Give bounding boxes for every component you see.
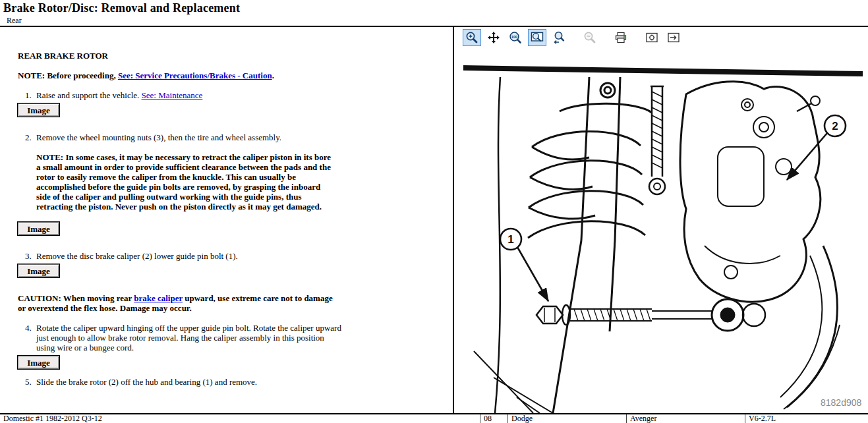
svg-text:1: 1: [507, 233, 513, 246]
step-text: Remove the disc brake caliper (2) lower …: [36, 251, 342, 261]
step-number: 3.: [25, 251, 36, 261]
image-button-step1[interactable]: Image: [18, 103, 59, 117]
rotor-edge: [780, 246, 840, 409]
caliper: [680, 82, 821, 302]
step-5: 5. Slide the brake rotor (2) off the hub…: [18, 377, 342, 387]
callout-2: 2: [787, 115, 846, 180]
svg-text:100: 100: [511, 35, 517, 39]
step-text: Rotate the caliper upward hinging off th…: [36, 323, 342, 352]
callout-1: 1: [500, 229, 548, 301]
zoom-100-icon: 100: [509, 31, 522, 44]
note-prefix: NOTE: Before proceeding,: [18, 70, 118, 80]
image-button-step2[interactable]: Image: [18, 222, 59, 235]
note-retract-piston: NOTE: In some cases, it may be necessary…: [36, 152, 334, 212]
note-suffix: .: [272, 70, 274, 80]
print-button[interactable]: [612, 29, 630, 46]
pan-button[interactable]: [484, 29, 503, 46]
step-number: 4.: [25, 323, 36, 352]
status-engine: V6-2.7L: [745, 414, 868, 423]
maintenance-link[interactable]: See: Maintenance: [142, 90, 203, 100]
zoom-in-button[interactable]: [463, 29, 481, 46]
step-text: Slide the brake rotor (2) off the hub an…: [36, 377, 342, 387]
figure-id: 8182d908: [821, 397, 862, 408]
page-title: Brake Rotor/Disc: Removal and Replacemen…: [3, 1, 868, 15]
page-subtitle: Rear: [3, 16, 868, 26]
knuckle: [474, 240, 615, 413]
image-settings-icon: [645, 31, 658, 44]
status-bar: Domestic #1 1982-2012 Q3-12 08 Dodge Ave…: [0, 413, 868, 423]
step-number: 2.: [25, 132, 36, 142]
note-before-proceeding: NOTE: Before proceeding, See: Service Pr…: [18, 70, 334, 80]
step-4: 4. Rotate the caliper upward hinging off…: [18, 323, 342, 352]
image-viewer-pane: 100: [453, 27, 868, 413]
step-text: Remove the wheel mounting nuts (3), then…: [36, 132, 342, 142]
section-heading: REAR BRAKE ROTOR: [18, 51, 425, 61]
zoom-out-button[interactable]: [581, 29, 599, 46]
zoom-fit-button[interactable]: [528, 29, 546, 46]
zoom-fit-icon: [531, 31, 544, 44]
zoom-previous-icon: [552, 31, 565, 44]
page-header: Brake Rotor/Disc: Removal and Replacemen…: [0, 0, 868, 27]
caution-flex-hose: CAUTION: When moving rear brake caliper …: [18, 293, 335, 313]
zoom-previous-button[interactable]: [550, 29, 568, 46]
step-number: 1.: [25, 90, 36, 100]
service-precautions-link[interactable]: See: Service Precautions/Brakes - Cautio…: [118, 70, 272, 80]
app-window: Brake Rotor/Disc: Removal and Replacemen…: [0, 0, 868, 423]
image-button-step3[interactable]: Image: [18, 264, 59, 277]
status-coverage: Domestic #1 1982-2012 Q3-12: [0, 414, 480, 423]
zoom-out-icon: [583, 31, 596, 44]
image-export-button[interactable]: [664, 29, 683, 46]
diagram-canvas[interactable]: 1 2 8182d908: [454, 48, 868, 413]
image-button-step4[interactable]: Image: [18, 356, 59, 369]
step-3: 3. Remove the disc brake caliper (2) low…: [18, 251, 342, 261]
zoom-100-button[interactable]: 100: [506, 29, 525, 46]
zoom-in-icon: [465, 31, 478, 44]
step-number: 5.: [25, 377, 36, 387]
step-text: Raise and support the vehicle. See: Main…: [36, 90, 342, 100]
diagram-top-edge: [463, 65, 863, 76]
pan-icon: [487, 31, 500, 44]
image-export-icon: [667, 31, 680, 44]
status-year: 08: [480, 414, 507, 423]
procedure-pane: REAR BRAKE ROTOR NOTE: Before proceeding…: [0, 27, 453, 413]
brake-caliper-link[interactable]: brake caliper: [134, 293, 183, 303]
status-model: Avenger: [626, 414, 745, 423]
image-settings-button[interactable]: [643, 29, 661, 46]
viewer-toolbar: 100: [454, 27, 868, 48]
step-1: 1. Raise and support the vehicle. See: M…: [18, 90, 342, 100]
print-icon: [614, 31, 627, 44]
step-2: 2. Remove the wheel mounting nuts (3), t…: [18, 132, 342, 142]
caution-prefix: CAUTION: When moving rear: [18, 293, 134, 303]
svg-text:2: 2: [832, 120, 838, 132]
brake-caliper-diagram: 1 2 8182d908: [454, 48, 868, 413]
threaded-stud: [649, 86, 665, 194]
status-make: Dodge: [507, 414, 626, 423]
